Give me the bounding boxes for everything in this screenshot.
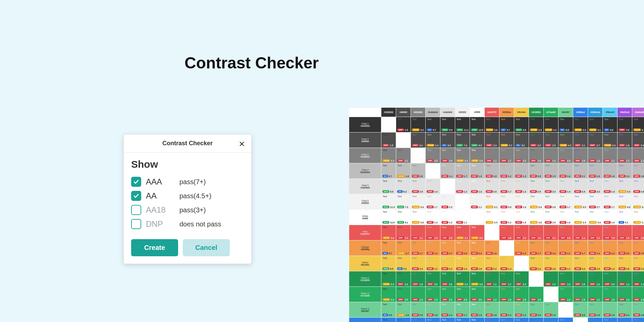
contrast-cell: TextDNP1.2 [558,240,573,256]
ratio-value: 4.1 [597,129,601,131]
contrast-cell: TextDNP1.5 [396,117,411,132]
contrast-cell: TextAAA12.6 [470,117,485,132]
contrast-cell: TextDNP1.4 [588,240,603,256]
contrast-cell: TextDNP2.1 [573,132,588,148]
contrast-cell: TextAAA8.2 [470,132,485,148]
contrast-cell: TextDNP2.4 [632,132,644,148]
contrast-cell: TextDNP2.0 [411,302,426,318]
ratio-value: 1.4 [567,191,571,193]
ratio-value: 2.6 [641,191,644,193]
ratio-value: 3.8 [479,160,483,162]
rating-pill: DNP [441,314,448,316]
ratio-value: 2.4 [523,160,526,162]
rating-pill: AA18 [486,221,493,224]
checkbox-aa18[interactable] [131,205,141,215]
ratio-value: 2.9 [552,221,556,224]
ratio-value: 1.4 [611,191,615,193]
checkbox-aa[interactable] [131,191,141,201]
rating-pill: DNP [515,314,522,316]
ratio-value: 2.4 [582,268,585,270]
rating-pill: AA18 [633,206,641,208]
cell-sample-text: Text [574,226,587,228]
cell-sample-text: Text [603,211,616,213]
rating-pill: DNP [382,144,389,147]
contrast-cell: TextAA183.8 [411,210,426,225]
cancel-button[interactable]: Cancel [183,239,230,256]
ratio-value: 3.3 [391,283,394,285]
contrast-cell: TextAA184.4 [603,132,618,148]
contrast-cell: TextDNP1.0 [514,256,529,271]
contrast-cell: TextDNP1.3 [411,287,426,302]
cell-sample-text: Text [471,164,484,167]
ratio-value: 3.1 [494,206,497,208]
ratio-value: 1.9 [479,175,482,177]
cell-sample-text: Text [589,195,602,198]
contrast-cell: TextDNP2.4 [573,256,588,271]
cell-sample-text: Text [456,149,469,151]
cell-sample-text: Text [456,118,469,120]
rating-pill: DNP [530,175,537,177]
rating-pill: DNP [471,252,478,255]
cell-sample-text: Text [618,149,631,151]
ratio-value: 1.2 [597,283,600,285]
rating-pill: DNP [515,190,522,193]
rating-pill: DNP [471,206,478,208]
contrast-cell: TextDNP1.0 [381,117,396,132]
create-button[interactable]: Create [131,239,178,256]
ratio-value: 3.3 [420,129,424,131]
ratio-value: 1.6 [597,314,600,316]
col-head: #ffffff [470,108,485,117]
checkbox-dnp[interactable] [131,219,141,229]
cell-sample-text: Text [485,164,498,167]
rating-pill: DNP [427,314,434,316]
rating-pill: DNP [589,190,596,193]
contrast-cell: TextAA183.9 [573,210,588,225]
contrast-cell: TextDNP1.8 [618,132,632,148]
ratio-value: 1.5 [567,299,571,301]
close-button[interactable] [237,139,247,149]
cell-sample-text: Text [559,164,572,167]
rating-pill: DNP [604,221,611,224]
show-section-label: Show [131,159,244,170]
contrast-cell: TextDNP1.0 [573,271,588,287]
ratio-value: 2.8 [626,129,630,131]
cell-sample-text: Text [471,149,484,151]
contrast-cell: TextDNP2.0 [558,318,573,322]
cell-sample-text: Text [618,241,631,244]
ratio-value: 1.9 [479,314,482,316]
contrast-cell: TextDNP2.4 [618,302,632,318]
cell-sample-text: Text [515,226,528,228]
ratio-value: 1.7 [538,252,541,255]
rating-pill: AAA [382,267,389,270]
checkbox-aaa[interactable] [131,177,141,187]
rating-pill: DNP [456,267,463,270]
cell-sample-text: Text [544,180,557,182]
contrast-cell: TextDNP1.8 [514,287,529,302]
cell-sample-text: Text [618,211,631,213]
contrast-cell: TextDNP2.0 [558,271,573,287]
contrast-cell: TextAA183.7 [396,240,411,256]
contrast-cell: TextDNP1.9 [588,256,603,271]
contrast-cell: TextDNP1.7 [499,148,514,163]
contrast-cell: TextDNP1.0 [470,210,485,225]
cell-sample-text: Text [633,257,644,259]
contrast-cell: TextDNP1.1 [529,225,544,240]
contrast-cell: TextDNP1.2 [514,179,529,194]
rating-pill: DNP [604,175,611,177]
ratio-value: 3.3 [583,129,586,131]
cell-sample-text: Text [382,211,395,213]
contrast-cell: TextAA183.5 [573,194,588,210]
contrast-cell: TextDNP1.3 [618,225,632,240]
rating-pill: DNP [589,206,596,208]
contrast-cell: TextDNP1.9 [426,210,440,225]
cell-sample-text: Text [500,226,513,228]
contrast-cell: TextDNP2.2 [470,240,485,256]
cell-sample-text: Text [441,118,454,120]
cell-sample-text: Text [589,211,602,213]
rating-pill: DNP [559,221,567,224]
contrast-cell: TextDNP1.2 [514,302,529,318]
rating-pill: AA [604,128,609,131]
ratio-value: 5.2 [404,268,407,270]
rating-pill: AA18 [456,283,464,285]
rating-pill: DNP [559,236,567,239]
